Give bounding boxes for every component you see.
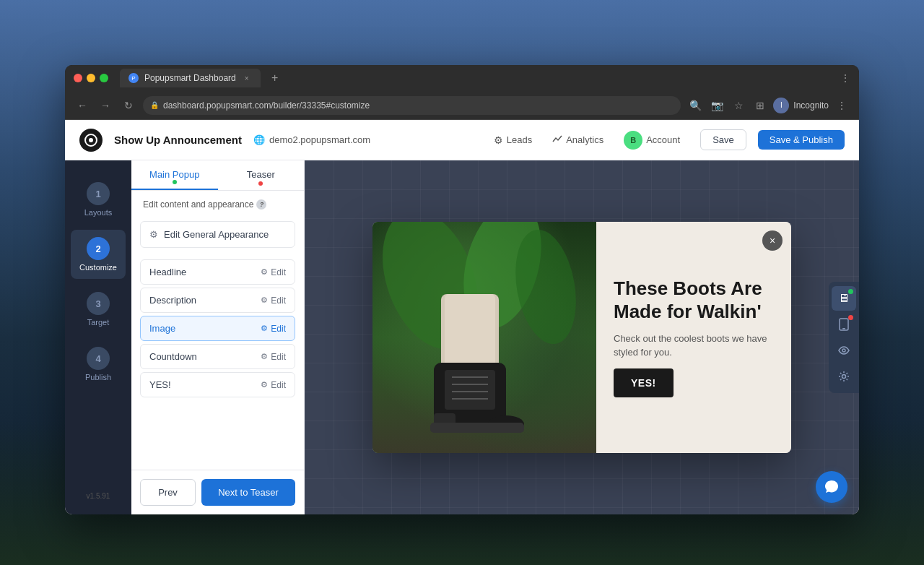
item-edit-image[interactable]: ⚙ Edit	[261, 324, 286, 334]
help-icon[interactable]: ?	[256, 199, 266, 210]
canvas: × These Boots Are Made for Walkin' Check…	[305, 160, 859, 514]
panel-footer: Prev Next to Teaser	[131, 470, 304, 514]
item-edit-countdown[interactable]: ⚙ Edit	[261, 352, 286, 362]
svg-point-1	[89, 138, 93, 142]
app-header: Show Up Announcement 🌐 demo2.popupsmart.…	[65, 120, 859, 160]
chat-button[interactable]	[816, 471, 847, 503]
sidebar: 1 Layouts 2 Customize 3 Target	[65, 160, 131, 514]
step-label-target: Target	[87, 318, 110, 327]
domain-text: demo2.popupsmart.com	[269, 134, 370, 145]
browser-toolbar: ← → ↻ 🔒 dashboard.popupsmart.com/builder…	[65, 91, 859, 120]
new-tab-button[interactable]: +	[266, 69, 284, 87]
address-bar[interactable]: 🔒 dashboard.popupsmart.com/builder/33335…	[143, 96, 681, 115]
security-icon: 🔒	[150, 101, 159, 109]
tab-teaser[interactable]: Teaser	[218, 160, 305, 190]
app-logo	[79, 129, 103, 152]
item-label-yes: YES!	[149, 379, 171, 390]
tab-close-button[interactable]: ×	[242, 73, 252, 83]
item-label-description: Description	[149, 295, 196, 306]
step-label-customize: Customize	[79, 263, 117, 272]
search-icon[interactable]: 🔍	[687, 97, 704, 114]
edit-icon-description: ⚙	[261, 296, 268, 305]
toolbar-actions: 🔍 📷 ☆ ⊞ I Incognito ⋮	[687, 97, 850, 114]
save-button[interactable]: Save	[700, 129, 746, 150]
leads-nav-item[interactable]: ⚙ Leads	[485, 130, 541, 150]
step-label-publish: Publish	[85, 373, 111, 381]
tab-layout-icon[interactable]: ⊞	[751, 97, 769, 114]
popup-preview: × These Boots Are Made for Walkin' Check…	[372, 222, 791, 453]
tab-favicon: P	[128, 73, 139, 83]
tab-title: Popupsmart Dashboard	[144, 73, 236, 83]
prev-button[interactable]: Prev	[140, 479, 196, 506]
panel-item-countdown[interactable]: Countdown ⚙ Edit	[140, 344, 295, 369]
item-label-countdown: Countdown	[149, 351, 197, 362]
globe-icon: 🌐	[253, 134, 265, 145]
settings-icon[interactable]	[832, 364, 856, 389]
popup-image	[372, 222, 596, 453]
media-icon[interactable]: 📷	[708, 97, 725, 114]
main-popup-tab-dot	[173, 180, 177, 184]
minimize-window-button[interactable]	[87, 74, 95, 82]
preview-icon[interactable]	[832, 338, 856, 363]
forward-button[interactable]: →	[97, 97, 114, 114]
reload-button[interactable]: ↻	[120, 97, 137, 114]
desktop-view-icon[interactable]: 🖥	[832, 286, 856, 311]
sidebar-step-target[interactable]: 3 Target	[71, 285, 126, 334]
step-circle-1: 1	[87, 182, 110, 205]
item-edit-yes[interactable]: ⚙ Edit	[261, 380, 286, 390]
browser-tab-bar: P Popupsmart Dashboard × + ⋮	[65, 65, 859, 91]
edit-icon-yes: ⚙	[261, 380, 268, 389]
teaser-tab-dot	[258, 181, 263, 186]
popup-cta-button[interactable]: YES!	[614, 368, 674, 397]
analytics-nav-item[interactable]: Analytics	[544, 129, 612, 150]
leads-icon: ⚙	[494, 134, 503, 146]
boot-svg	[372, 222, 596, 453]
browser-menu-button[interactable]: ⋮	[840, 72, 850, 84]
popup-headline: These Boots Are Made for Walkin'	[614, 277, 774, 322]
app-title: Show Up Announcement	[114, 134, 242, 146]
panel: Main Popup Teaser Edit content and appea…	[131, 160, 305, 514]
panel-item-yes[interactable]: YES! ⚙ Edit	[140, 372, 295, 397]
panel-items: Headline ⚙ Edit Description ⚙ Edit	[131, 254, 304, 470]
leads-label: Leads	[507, 134, 532, 145]
general-appearance-button[interactable]: ⚙ Edit General Appearance	[140, 221, 295, 248]
maximize-window-button[interactable]	[100, 74, 108, 82]
sidebar-step-customize[interactable]: 2 Customize	[71, 230, 126, 279]
profile-button[interactable]: I	[773, 98, 789, 113]
analytics-icon	[552, 134, 562, 146]
account-nav-item[interactable]: B Account	[615, 126, 689, 154]
popup-close-button[interactable]: ×	[762, 230, 783, 251]
step-circle-3: 3	[87, 292, 110, 315]
section-title: Edit content and appearance ?	[131, 191, 304, 215]
edit-icon-headline: ⚙	[261, 267, 268, 277]
item-label-headline: Headline	[149, 267, 186, 277]
panel-item-image[interactable]: Image ⚙ Edit	[140, 316, 295, 341]
bookmark-icon[interactable]: ☆	[730, 97, 747, 114]
svg-point-18	[842, 349, 845, 352]
svg-rect-10	[445, 370, 495, 410]
browser-tab-active[interactable]: P Popupsmart Dashboard ×	[120, 69, 261, 87]
browser-window: P Popupsmart Dashboard × + ⋮ ← → ↻ 🔒 das…	[65, 65, 859, 514]
svg-rect-17	[842, 328, 845, 329]
sidebar-step-publish[interactable]: 4 Publish	[71, 340, 126, 389]
next-teaser-button[interactable]: Next to Teaser	[201, 479, 295, 506]
sidebar-step-layouts[interactable]: 1 Layouts	[71, 175, 126, 224]
popup-description: Check out the coolest boots we have styl…	[614, 332, 774, 360]
back-button[interactable]: ←	[74, 97, 91, 114]
app-body: 1 Layouts 2 Customize 3 Target	[65, 160, 859, 514]
panel-item-description[interactable]: Description ⚙ Edit	[140, 288, 295, 313]
gear-icon: ⚙	[149, 229, 158, 240]
close-window-button[interactable]	[74, 74, 82, 82]
mobile-view-icon[interactable]	[832, 312, 856, 337]
edit-icon-countdown: ⚙	[261, 352, 268, 361]
browser-more-button[interactable]: ⋮	[833, 97, 850, 114]
item-edit-headline[interactable]: ⚙ Edit	[261, 267, 286, 277]
header-nav: ⚙ Leads Analytics B Account	[485, 126, 689, 154]
app-content: Show Up Announcement 🌐 demo2.popupsmart.…	[65, 120, 859, 514]
item-edit-description[interactable]: ⚙ Edit	[261, 296, 286, 306]
save-publish-button[interactable]: Save & Publish	[758, 130, 845, 150]
popup-content: × These Boots Are Made for Walkin' Check…	[596, 222, 791, 453]
panel-item-headline[interactable]: Headline ⚙ Edit	[140, 259, 295, 285]
tab-main-popup[interactable]: Main Popup	[131, 160, 218, 190]
edit-icon-image: ⚙	[261, 324, 268, 333]
